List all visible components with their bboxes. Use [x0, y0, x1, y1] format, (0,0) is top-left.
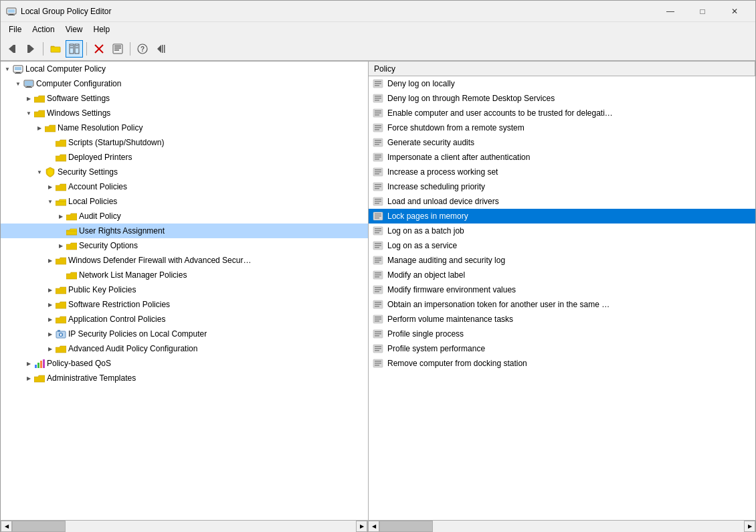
hscroll-track-left[interactable]	[12, 521, 356, 532]
expand-software-settings[interactable]: ▶	[23, 93, 34, 104]
tree-advanced-audit[interactable]: ▶ Advanced Audit Policy Configuration	[1, 341, 368, 356]
list-row[interactable]: Remove computer from docking station	[369, 356, 755, 371]
minimize-button[interactable]: —	[655, 1, 686, 21]
hscroll-track-right[interactable]	[379, 521, 744, 532]
list-row[interactable]: Enable computer and user accounts to be …	[369, 106, 755, 120]
hscroll-right-btn[interactable]: ▶	[356, 521, 367, 532]
hscroll-thumb-right[interactable]	[379, 521, 433, 532]
expand-software-restriction[interactable]: ▶	[45, 299, 56, 310]
expand-admin-templates[interactable]: ▶	[23, 373, 34, 383]
list-row[interactable]: Impersonate a client after authenticatio…	[369, 150, 755, 165]
list-row[interactable]: Lock pages in memory	[369, 209, 755, 224]
list-row[interactable]: Manage auditing and security log	[369, 253, 755, 268]
tree-ip-security[interactable]: ▶ IP Security Policies on Local Computer	[1, 327, 368, 341]
list-row[interactable]: Increase scheduling priority	[369, 179, 755, 194]
list-row[interactable]: Obtain an impersonation token for anothe…	[369, 297, 755, 312]
maximize-button[interactable]: □	[687, 1, 718, 21]
delete-button[interactable]	[90, 40, 108, 58]
view-toggle-button[interactable]	[66, 40, 83, 58]
expand-account-policies[interactable]: ▶	[45, 181, 56, 192]
list-row[interactable]: Deny log on locally	[369, 76, 755, 91]
extend-button[interactable]	[153, 40, 170, 58]
hscroll-right-btn-2[interactable]: ▶	[744, 521, 755, 532]
list-row[interactable]: Log on as a service	[369, 238, 755, 253]
tree-admin-templates[interactable]: ▶ Administrative Templates	[1, 371, 368, 385]
tree-scroll[interactable]: ▼ Local Computer Policy ▼	[1, 62, 368, 520]
expand-ip-security[interactable]: ▶	[45, 329, 56, 339]
expand-windows-settings[interactable]: ▼	[23, 108, 34, 118]
hscroll-left-btn[interactable]: ◀	[1, 521, 12, 532]
expand-computer-config[interactable]: ▼	[13, 78, 23, 89]
admin-templates-icon	[34, 373, 45, 383]
tree-network-list[interactable]: ▶ Network List Manager Policies	[1, 268, 368, 282]
tree-windows-defender[interactable]: ▶ Windows Defender Firewall with Advance…	[1, 253, 368, 268]
expand-audit-policy[interactable]: ▶	[56, 211, 66, 221]
expand-local-policies[interactable]: ▼	[45, 196, 56, 207]
tree-scripts[interactable]: ▶ Scripts (Startup/Shutdown)	[1, 135, 368, 150]
tree-windows-settings[interactable]: ▼ Windows Settings	[1, 106, 368, 120]
expand-windows-defender[interactable]: ▶	[45, 255, 56, 266]
svg-rect-104	[375, 302, 381, 303]
tree-account-policies[interactable]: ▶ Account Policies	[1, 179, 368, 194]
list-row[interactable]: Generate security audits	[369, 135, 755, 150]
tree-policy-qos[interactable]: ▶ Policy-based QoS	[1, 356, 368, 371]
list-row[interactable]: Load and unload device drivers	[369, 194, 755, 209]
tree-security-options[interactable]: ▶ Security Options	[1, 238, 368, 253]
hscroll-left-btn-2[interactable]: ◀	[368, 521, 379, 532]
expand-policy-qos[interactable]: ▶	[23, 358, 34, 369]
list-row-text: Log on as a batch job	[387, 226, 470, 236]
svg-rect-60	[375, 140, 381, 141]
list-row[interactable]: Modify an object label	[369, 268, 755, 282]
expand-root[interactable]: ▼	[2, 64, 13, 74]
windows-defender-label: Windows Defender Firewall with Advanced …	[68, 256, 251, 265]
menu-action[interactable]: Action	[27, 23, 60, 35]
menu-file[interactable]: File	[3, 23, 27, 35]
properties-button[interactable]	[109, 40, 126, 58]
tree-hscrollbar[interactable]: ◀ ▶	[1, 521, 367, 532]
list-row[interactable]: Increase a process working set	[369, 165, 755, 179]
svg-rect-3	[8, 15, 15, 15]
list-row[interactable]: Modify firmware environment values	[369, 282, 755, 297]
tree-audit-policy[interactable]: ▶ Audit Policy	[1, 209, 368, 224]
policy-header[interactable]: Policy	[369, 62, 755, 76]
list-row[interactable]: Force shutdown from a remote system	[369, 120, 755, 135]
tree-user-rights[interactable]: ▶ User Rights Assignment	[1, 224, 368, 238]
tree-public-key[interactable]: ▶ Public Key Policies	[1, 282, 368, 297]
close-button[interactable]: ✕	[719, 1, 750, 21]
list-hscrollbar[interactable]: ◀ ▶	[368, 521, 755, 532]
tree-app-control[interactable]: ▶ Application Control Policies	[1, 312, 368, 327]
expand-name-resolution[interactable]: ▶	[34, 122, 45, 133]
help-button[interactable]: ?	[134, 40, 151, 58]
expand-advanced-audit[interactable]: ▶	[45, 343, 56, 354]
expand-security-options[interactable]: ▶	[56, 240, 66, 251]
expand-security-settings[interactable]: ▼	[34, 167, 45, 177]
list-row-text: Profile system performance	[387, 344, 490, 353]
advanced-audit-label: Advanced Audit Policy Configuration	[68, 344, 197, 353]
tree-software-settings[interactable]: ▶ Software Settings	[1, 91, 368, 106]
tree-software-restriction[interactable]: ▶ Software Restriction Policies	[1, 297, 368, 312]
hscroll-thumb-left[interactable]	[12, 521, 66, 532]
tree-security-settings[interactable]: ▼ Security Settings	[1, 165, 368, 179]
tree-root[interactable]: ▼ Local Computer Policy	[1, 62, 368, 76]
list-row[interactable]: Log on as a batch job	[369, 224, 755, 238]
list-row[interactable]: Perform volume maintenance tasks	[369, 312, 755, 327]
list-row[interactable]: Profile single process	[369, 327, 755, 341]
computer-config-icon	[23, 78, 34, 89]
svg-rect-61	[375, 142, 381, 143]
menu-help[interactable]: Help	[88, 23, 116, 35]
tree-local-policies[interactable]: ▼ Local Policies	[1, 194, 368, 209]
list-row[interactable]: Profile system performance	[369, 341, 755, 356]
forward-button[interactable]	[22, 40, 39, 58]
folder-button[interactable]	[47, 40, 64, 58]
expand-public-key[interactable]: ▶	[45, 284, 56, 295]
tree-computer-config[interactable]: ▼ Computer Configuration	[1, 76, 368, 91]
menu-view[interactable]: View	[60, 23, 88, 35]
list-scroll[interactable]: Deny log on locally Deny log on through …	[369, 76, 755, 520]
tree-name-resolution[interactable]: ▶ Name Resolution Policy	[1, 120, 368, 135]
back-button[interactable]	[3, 40, 21, 58]
expand-app-control[interactable]: ▶	[45, 314, 56, 325]
tree-deployed-printers[interactable]: ▶ Deployed Printers	[1, 150, 368, 165]
list-row-text: Lock pages in memory	[387, 211, 474, 221]
svg-rect-12	[76, 46, 78, 46]
list-row[interactable]: Deny log on through Remote Desktop Servi…	[369, 91, 755, 106]
